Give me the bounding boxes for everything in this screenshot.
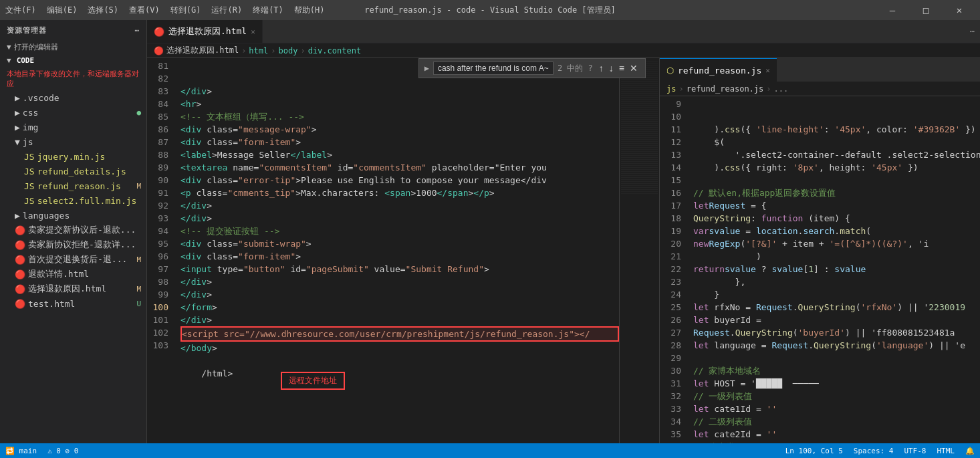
js-code-line[interactable]: // 一级列表值 bbox=[693, 390, 980, 403]
sidebar-tree-item[interactable]: 🔴首次提交退换货后-退...M bbox=[0, 252, 146, 267]
sidebar-tree-item[interactable]: 🔴test.htmlU bbox=[0, 296, 146, 311]
js-code-line[interactable]: ).css({ right: '8px', height: '45px' }) bbox=[693, 161, 980, 174]
js-code-line[interactable]: } bbox=[693, 288, 980, 301]
code-line[interactable]: </div> bbox=[180, 85, 619, 98]
sidebar-more-icon[interactable]: ⋯ bbox=[134, 26, 140, 35]
code-line[interactable]: </body> bbox=[180, 342, 619, 354]
js-code-line[interactable]: // 默认en,根据app返回参数设置值 bbox=[693, 187, 980, 199]
js-code-line[interactable]: let HOST = '█████ ───── bbox=[693, 377, 980, 390]
js-code-line[interactable]: var svalue = location.search.match( bbox=[693, 225, 980, 237]
js-code-line[interactable]: '.select2-container--default .select2-se… bbox=[693, 148, 980, 161]
open-editors-section[interactable]: ▼ 打开的编辑器 bbox=[0, 41, 146, 53]
js-code-line[interactable] bbox=[693, 352, 980, 364]
js-code-line[interactable]: Request.QueryString('buyerId') || 'ff808… bbox=[693, 326, 980, 339]
js-code-line[interactable]: return svalue ? svalue[1] : svalue bbox=[693, 263, 980, 275]
menu-item[interactable]: 文件(F) bbox=[5, 5, 36, 16]
search-input[interactable] bbox=[433, 62, 554, 75]
js-code-line[interactable]: let rfxNo = Request.QueryString('rfxNo')… bbox=[693, 301, 980, 314]
search-down-btn[interactable]: ↓ bbox=[607, 63, 616, 74]
notification-icon[interactable]: 🔔 bbox=[965, 447, 975, 455]
sidebar-tree-item[interactable]: JSrefund_details.js bbox=[0, 164, 146, 179]
sidebar-tree-item[interactable]: ▼js bbox=[0, 134, 146, 149]
sidebar-tree-item[interactable]: 🔴卖家新协议拒绝-退款详... bbox=[0, 237, 146, 252]
html-code-area[interactable]: </div> <hr> <!-- 文本框组（填写... --> <div cla… bbox=[174, 58, 619, 443]
minimize-btn[interactable]: — bbox=[877, 0, 908, 20]
code-line[interactable]: </div> bbox=[180, 275, 619, 288]
sidebar-tree-item[interactable]: ▶.vscode bbox=[0, 90, 146, 105]
sidebar-tree-item[interactable]: JSselect2.full.min.js bbox=[0, 193, 146, 208]
search-up-btn[interactable]: ↑ bbox=[597, 63, 606, 74]
code-line[interactable] bbox=[180, 354, 619, 367]
js-code-line[interactable]: // 优惠券 bbox=[693, 441, 980, 443]
tab-more-btn[interactable]: ⋯ bbox=[965, 20, 980, 43]
sidebar-tree-item[interactable]: JSjquery.min.js bbox=[0, 149, 146, 164]
html-code-editor[interactable]: ▶ 2 中的 ? ↑ ↓ ≡ ✕ 81828384858687888990919… bbox=[147, 58, 659, 443]
js-code-line[interactable]: let cate1Id = '' bbox=[693, 403, 980, 415]
code-section[interactable]: ▼ CODE bbox=[0, 53, 146, 68]
js-code-line[interactable]: let Request = { bbox=[693, 199, 980, 212]
sidebar-tree-item[interactable]: ▶languages bbox=[0, 208, 146, 223]
code-line[interactable]: <script src="//www.dhresource.com/user/c… bbox=[180, 326, 619, 342]
code-line[interactable]: </div> bbox=[180, 288, 619, 301]
code-line[interactable]: <div class="form-item"> bbox=[180, 136, 619, 148]
menu-item[interactable]: 终端(T) bbox=[253, 5, 283, 16]
menu-item[interactable]: 帮助(H) bbox=[294, 5, 325, 16]
menu-item[interactable]: 编辑(E) bbox=[47, 5, 78, 16]
sidebar-tree-item[interactable]: ▶css● bbox=[0, 105, 146, 120]
code-line[interactable]: <div class="submit-wrap"> bbox=[180, 237, 619, 250]
menu-item[interactable]: 选择(S) bbox=[88, 5, 118, 16]
tab-js-close[interactable]: ✕ bbox=[765, 66, 770, 75]
js-code-editor[interactable]: 9101112131415161718192021222324252627282… bbox=[660, 96, 980, 443]
git-branch[interactable]: 🔁 main bbox=[5, 447, 37, 455]
tab-js[interactable]: ⬡ refund_reason.js ✕ bbox=[660, 58, 777, 82]
js-code-line[interactable]: let buyerId = bbox=[693, 314, 980, 326]
js-code-line[interactable]: QueryString: function (item) { bbox=[693, 212, 980, 225]
sidebar-tree-item[interactable]: 🔴退款详情.html bbox=[0, 267, 146, 281]
window-controls[interactable]: — □ ✕ bbox=[877, 0, 975, 20]
code-line[interactable]: <p class="cmments_tip">Max.characters: <… bbox=[180, 187, 619, 199]
menu-item[interactable]: 转到(G) bbox=[170, 5, 201, 16]
sidebar-tree-item[interactable]: 🔴卖家提交新协议后-退款... bbox=[0, 223, 146, 237]
code-line[interactable]: /html> bbox=[180, 367, 619, 380]
code-line[interactable]: </div> bbox=[180, 314, 619, 326]
code-line[interactable]: <input type="button" id="pageSubmit" val… bbox=[180, 263, 619, 275]
code-line[interactable]: <div class="message-wrap"> bbox=[180, 123, 619, 136]
js-code-line[interactable]: }, bbox=[693, 275, 980, 288]
code-line[interactable]: </div> bbox=[180, 199, 619, 212]
tab-html[interactable]: 🔴 选择退款原因.html ✕ bbox=[147, 20, 263, 43]
sidebar-tree-item[interactable]: ▶img bbox=[0, 120, 146, 134]
code-line[interactable]: <div class="error-tip">Please use Englis… bbox=[180, 174, 619, 187]
js-code-line[interactable]: ) bbox=[693, 250, 980, 263]
js-code-line[interactable]: // 家博本地域名 bbox=[693, 364, 980, 377]
js-code-line[interactable] bbox=[693, 174, 980, 187]
menu-item[interactable]: 查看(V) bbox=[129, 5, 160, 16]
js-code-line[interactable]: $( bbox=[693, 136, 980, 148]
search-close-btn[interactable]: ✕ bbox=[628, 63, 640, 74]
sidebar-tree-item[interactable]: 🔴选择退款原因.htmlM bbox=[0, 281, 146, 296]
code-line[interactable]: <textarea name="commentsItem" id="commen… bbox=[180, 161, 619, 174]
maximize-btn[interactable]: □ bbox=[910, 0, 941, 20]
code-line[interactable]: <!-- 文本框组（填写... --> bbox=[180, 110, 619, 123]
menu-item[interactable]: 运行(R) bbox=[211, 5, 242, 16]
js-code-line[interactable]: ).css({ 'line-height': '45px', color: '#… bbox=[693, 123, 980, 136]
js-code-line[interactable]: let cate2Id = '' bbox=[693, 428, 980, 441]
search-expand-btn[interactable]: ≡ bbox=[617, 63, 626, 74]
code-line[interactable]: <hr> bbox=[180, 98, 619, 110]
code-line[interactable]: <label>Message Seller</label> bbox=[180, 148, 619, 161]
search-bar[interactable]: ▶ 2 中的 ? ↑ ↓ ≡ ✕ bbox=[418, 58, 646, 78]
js-code-line[interactable]: let language = Request.QueryString('lang… bbox=[693, 339, 980, 352]
code-line[interactable]: </div> bbox=[180, 212, 619, 225]
error-count[interactable]: ⚠ 0 ⊘ 0 bbox=[47, 447, 78, 455]
code-line[interactable]: </form> bbox=[180, 301, 619, 314]
menu-bar[interactable]: 文件(F)编辑(E)选择(S)查看(V)转到(G)运行(R)终端(T)帮助(H) bbox=[5, 5, 325, 16]
js-code-line[interactable]: new RegExp('[?&]' + item + '=([^&]*)((&?… bbox=[693, 237, 980, 250]
language-mode[interactable]: HTML bbox=[937, 447, 955, 455]
tab-html-close[interactable]: ✕ bbox=[251, 27, 255, 36]
js-code-line[interactable]: // 二级列表值 bbox=[693, 415, 980, 428]
code-line[interactable]: <div class="form-item"> bbox=[180, 250, 619, 263]
close-btn[interactable]: ✕ bbox=[944, 0, 975, 20]
code-line[interactable]: <!-- 提交验证按钮 --> bbox=[180, 225, 619, 237]
sidebar-tree-item[interactable]: JSrefund_reason.jsM bbox=[0, 179, 146, 193]
js-code-area[interactable]: ).css({ 'line-height': '45px', color: '#… bbox=[687, 96, 980, 443]
search-buttons[interactable]: ↑ ↓ ≡ ✕ bbox=[597, 63, 640, 74]
